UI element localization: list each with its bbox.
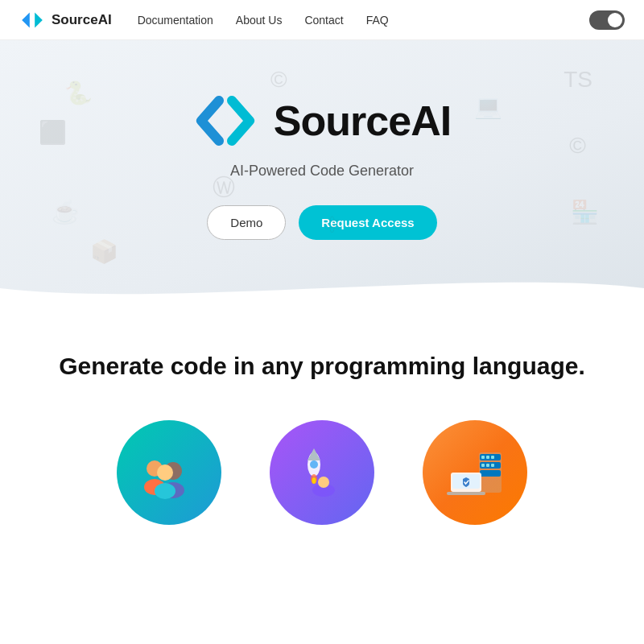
- brand-name: SourceAI: [52, 12, 112, 28]
- svg-marker-11: [308, 448, 320, 460]
- server-illustration: [443, 440, 507, 505]
- bg-icon-pkg: 📦: [90, 238, 118, 265]
- hero-section: 🐍 ⬛ ☕ 📦 © TS © 🏪 Ⓦ ⚛ 💻 SourceAI AI-Power…: [0, 40, 644, 304]
- svg-marker-0: [22, 12, 30, 27]
- hero-logo-icon: [193, 89, 258, 153]
- generate-section: Generate code in any programming languag…: [0, 304, 644, 557]
- svg-point-7: [155, 483, 175, 499]
- section-headline: Generate code in any programming languag…: [16, 353, 628, 380]
- svg-point-6: [157, 464, 173, 481]
- hero-buttons: Demo Request Access: [16, 205, 628, 240]
- nav-links: Documentation About Us Contact FAQ: [138, 14, 589, 27]
- request-access-button[interactable]: Request Access: [299, 205, 436, 240]
- feature-circle-server: [423, 420, 527, 525]
- feature-circle-rocket: [270, 420, 374, 525]
- svg-rect-21: [481, 464, 485, 467]
- nav-documentation[interactable]: Documentation: [138, 14, 213, 27]
- svg-rect-27: [447, 492, 485, 495]
- hero-subtitle: AI-Powered Code Generator: [16, 163, 628, 180]
- dark-mode-toggle[interactable]: [589, 10, 625, 30]
- feature-rocket: [270, 420, 374, 525]
- hero-logo-wrap: SourceAI: [16, 89, 628, 153]
- svg-rect-24: [480, 470, 501, 477]
- feature-server: [423, 420, 527, 525]
- svg-point-14: [312, 477, 316, 484]
- svg-marker-1: [35, 12, 43, 27]
- hero-title: SourceAI: [274, 97, 451, 145]
- brand-logo[interactable]: SourceAI: [19, 7, 112, 33]
- nav-about-us[interactable]: About Us: [236, 14, 283, 27]
- svg-rect-18: [486, 456, 489, 459]
- feature-circle-team: [117, 420, 221, 525]
- svg-point-9: [318, 477, 329, 488]
- people-illustration: [137, 440, 201, 505]
- svg-rect-19: [491, 456, 494, 459]
- theme-toggle-wrap: [589, 10, 625, 30]
- svg-point-12: [310, 460, 318, 469]
- feature-team: [117, 420, 221, 525]
- svg-rect-22: [486, 464, 489, 467]
- svg-rect-17: [481, 456, 485, 459]
- demo-button[interactable]: Demo: [207, 205, 286, 240]
- features-row: [16, 420, 628, 525]
- nav-contact[interactable]: Contact: [304, 14, 343, 27]
- navbar: SourceAI Documentation About Us Contact …: [0, 0, 644, 40]
- svg-rect-23: [491, 464, 494, 467]
- nav-faq[interactable]: FAQ: [366, 14, 389, 27]
- rocket-illustration: [290, 440, 354, 505]
- hero-wave: [0, 264, 644, 304]
